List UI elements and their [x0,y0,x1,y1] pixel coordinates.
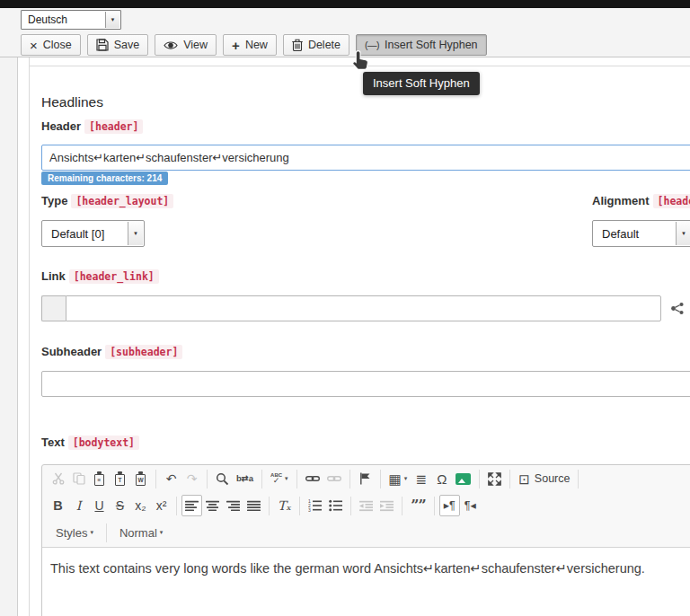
save-button-label: Save [114,39,140,51]
replace-button[interactable]: b⇄a [233,468,257,489]
redo-button: ↷ [181,468,202,489]
header-field-label: Header[header] [41,119,143,133]
subheader-input[interactable] [41,371,690,397]
panel-left-border [29,57,30,616]
dir-rtl-button[interactable]: ¶◂ [460,495,481,516]
source-button[interactable]: ⊡Source [515,468,573,489]
dir-ltr-icon: ▸¶ [444,500,456,512]
link-input[interactable] [66,295,661,321]
list-ol-button[interactable]: 123 [305,495,325,516]
image-button[interactable] [452,468,474,489]
format-icon: Normal [119,527,157,539]
paste-as-text-icon: T [115,474,125,486]
floppy-icon [96,39,109,51]
underline-button[interactable]: U [89,495,110,516]
remaining-characters-badge: Remaining characters: 214 [41,172,168,185]
rich-text-editor: ≡TW↶↷b⇄aABC✓▾▦▾≣Ω⊡SourceBIUSx₂x²Tₓ123””▸… [41,464,690,616]
list-ul-button[interactable] [325,495,346,516]
bodytext-field-label: Text[bodytext] [41,436,139,449]
styles-icon: Styles [56,527,87,539]
alignment-select[interactable]: Default ▼ [592,220,690,247]
link-browser-icon[interactable] [669,302,686,315]
delete-button-label: Delete [308,39,341,51]
paste-from-word-button[interactable]: W [130,468,151,489]
outdent-icon [359,500,373,512]
superscript-button[interactable]: x² [151,495,172,516]
toolbar-separator [434,497,435,515]
link-input-group [41,295,686,321]
source-icon: ⊡ [518,472,530,486]
paste-button[interactable]: ≡ [89,468,110,489]
link-field-tag: [header_link] [69,269,159,284]
format-dropdown[interactable]: Normal▾ [111,522,171,543]
type-field-label: Type[header_layout] [41,194,173,207]
eye-icon [164,40,178,50]
italic-button[interactable]: I [68,495,89,516]
chevron-down-icon: ▾ [90,529,93,536]
undo-button[interactable]: ↶ [161,468,181,489]
editor-content[interactable]: This text contains very long words like … [42,548,690,616]
dir-rtl-icon: ¶◂ [464,500,476,512]
copy-icon [73,472,85,485]
align-right-button[interactable] [223,495,243,516]
editor-toolbar-row: BIUSx₂x²Tₓ123””▸¶¶◂ [42,492,690,519]
italic-icon: I [76,499,82,512]
toolbar-separator [509,470,510,488]
close-button[interactable]: × Close [21,34,81,56]
dir-ltr-button[interactable]: ▸¶ [439,495,460,516]
subheader-field-label: Subheader[subheader] [41,345,182,358]
subscript-button[interactable]: x₂ [130,495,151,516]
language-select[interactable]: Deutsch ▼ [21,10,121,30]
replace-icon: b⇄a [236,474,253,483]
chevron-down-icon: ▾ [285,475,288,482]
find-button[interactable] [212,468,233,489]
bodytext-label-text: Text [41,436,65,449]
styles-dropdown[interactable]: Styles▾ [48,522,102,543]
source-label: Source [535,472,571,485]
spellcheck-button[interactable]: ABC✓▾ [267,468,292,489]
save-button[interactable]: Save [87,34,149,56]
unlink-icon [327,474,341,483]
align-right-icon [226,500,240,512]
horizontal-rule-icon: ≣ [415,472,427,486]
view-button[interactable]: View [155,34,217,56]
copy-button [68,468,89,489]
special-character-button[interactable]: Ω [431,468,452,489]
remove-format-button[interactable]: Tₓ [274,495,295,516]
chevron-down-icon: ▼ [105,12,119,28]
tooltip-text: Insert Soft Hyphen [373,76,470,90]
chevron-down-icon: ▼ [676,222,690,245]
maximize-button[interactable] [484,468,505,489]
toolbar-separator [207,470,208,488]
new-button-label: New [245,39,268,51]
indent-icon [380,500,394,512]
alignment-label-text: Alignment [592,194,650,207]
horizontal-rule-button[interactable]: ≣ [411,468,431,489]
toolbar-separator [299,497,300,515]
header-input[interactable] [41,145,690,171]
paste-as-text-button[interactable]: T [110,468,130,489]
align-justify-icon [247,500,261,512]
paste-from-word-icon: W [136,474,146,486]
special-character-icon: Ω [437,472,447,486]
blockquote-button[interactable]: ”” [407,495,429,516]
type-select[interactable]: Default [0] ▼ [41,220,145,247]
type-field-tag: [header_layout] [71,194,173,208]
type-label-text: Type [41,194,67,207]
align-center-button[interactable] [202,495,223,516]
strikethrough-button[interactable]: S [110,495,130,516]
bold-button[interactable]: B [48,495,68,516]
link-button[interactable] [302,468,323,489]
anchor-button[interactable] [355,468,376,489]
remove-format-icon: Tₓ [278,499,291,512]
form-document-area: Headlines Header[header] Remaining chara… [0,57,690,616]
delete-button[interactable]: Delete [283,34,349,56]
align-justify-button[interactable] [243,495,264,516]
table-button[interactable]: ▦▾ [385,468,411,489]
toolbar-separator [402,497,402,515]
new-button[interactable]: + New [223,34,277,56]
align-left-button[interactable] [181,495,202,516]
toolbar-separator [349,470,350,488]
insert-soft-hyphen-button[interactable]: (—) Insert Soft Hyphen [356,34,487,56]
alignment-field-label: Alignment[header_position] [592,194,690,207]
